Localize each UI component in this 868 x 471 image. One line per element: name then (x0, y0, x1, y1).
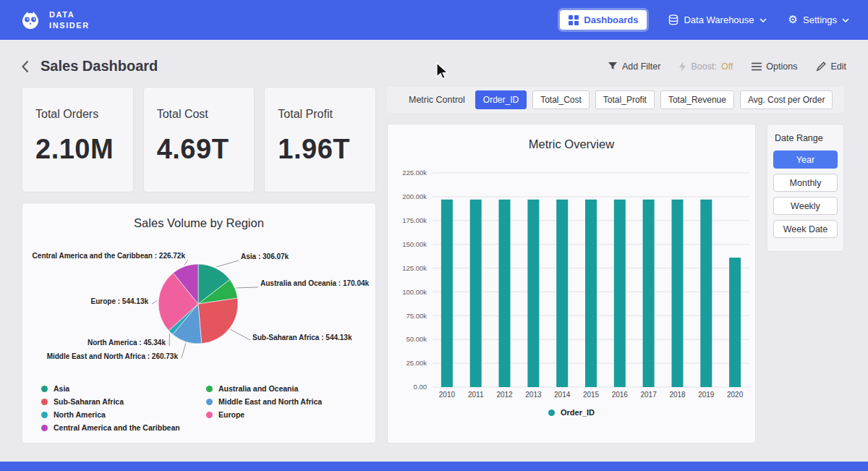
pie-legend-item-north-america[interactable]: North America (41, 410, 206, 419)
metric-control-bar: Metric Control Order_IDTotal_CostTotal_P… (387, 87, 844, 113)
bar-2013[interactable] (527, 200, 539, 387)
options-label: Options (766, 61, 797, 72)
y-tick-label: 50.00k (406, 335, 427, 343)
boost-toggle[interactable]: Boost: Off (679, 61, 733, 72)
legend-dot (41, 386, 48, 392)
y-tick-label: 100.00k (402, 288, 427, 296)
settings-menu[interactable]: ⚙ Settings (788, 14, 849, 25)
date-range-button-week-date[interactable]: Week Date (773, 220, 838, 238)
y-tick-label: 0.00 (414, 383, 427, 391)
y-tick-label: 75.00k (406, 312, 427, 320)
gear-icon: ⚙ (788, 14, 798, 25)
y-tick-label: 200.00k (402, 192, 427, 200)
pie-callout-australia-and-oceania: Australia and Oceania : 170.04k (260, 279, 369, 287)
date-range-button-weekly[interactable]: Weekly (773, 197, 838, 215)
pie-callout-line (231, 329, 250, 340)
data-warehouse-menu[interactable]: Data Warehouse (668, 14, 766, 25)
bar-svg: 0.0025.00k50.00k75.00k100.00k125.00k150.… (388, 156, 757, 405)
date-range-button-year[interactable]: Year (773, 150, 838, 169)
add-filter-button[interactable]: Add Filter (608, 61, 661, 72)
metric-control-label: Metric Control (409, 95, 465, 105)
brand-line1: DATA (49, 9, 90, 20)
bar-2012[interactable] (499, 200, 511, 387)
legend-dot (41, 399, 48, 405)
bar-2015[interactable] (585, 200, 597, 387)
bar-2011[interactable] (470, 200, 482, 387)
options-button[interactable]: Options (752, 61, 797, 72)
bar-chart-title: Metric Overview (388, 124, 755, 151)
pie-legend-item-australia-and-oceania[interactable]: Australia and Oceania (206, 384, 322, 393)
x-tick-label: 2017 (640, 391, 657, 399)
boost-value: Off (721, 61, 733, 72)
metric-button-total-profit[interactable]: Total_Profit (595, 90, 655, 109)
kpi-label: Total Profit (278, 108, 362, 121)
date-range-button-monthly[interactable]: Monthly (773, 174, 838, 192)
metric-overview-card: Metric Overview 0.0025.00k50.00k75.00k10… (387, 124, 756, 444)
brand-logo[interactable]: DATA INSIDER (19, 9, 90, 32)
x-tick-label: 2014 (554, 391, 571, 399)
lightning-icon (679, 61, 686, 72)
kpi-value: 4.69T (157, 134, 242, 165)
kpi-card-total-profit: Total Profit 1.96T (264, 87, 376, 192)
legend-label: Europe (218, 410, 244, 419)
database-icon (668, 14, 678, 25)
dashboards-grid-icon (569, 15, 579, 25)
x-tick-label: 2013 (525, 391, 542, 399)
bar-2017[interactable] (643, 200, 655, 387)
kpi-label: Total Cost (157, 108, 242, 121)
bar-legend-item[interactable]: Order_ID (388, 408, 755, 417)
bar-2020[interactable] (729, 258, 741, 387)
back-button[interactable] (22, 60, 29, 73)
boost-label: Boost: (691, 61, 716, 72)
y-tick-label: 25.00k (406, 359, 427, 367)
pie-chart-area: Asia : 306.07kAustralia and Oceania : 17… (22, 232, 375, 380)
kpi-card-total-cost: Total Cost 4.69T (143, 87, 255, 192)
back-chevron-icon (22, 60, 29, 73)
x-tick-label: 2018 (669, 391, 686, 399)
pie-legend-item-middle-east-and-north-africa[interactable]: Middle East and North Africa (206, 397, 322, 406)
page-title: Sales Dashboard (41, 58, 158, 75)
legend-dot (41, 412, 48, 418)
dashboards-button[interactable]: Dashboards (560, 10, 647, 30)
pie-callout-line (169, 334, 170, 346)
pie-legend-column: AsiaSub-Saharan AfricaNorth AmericaCentr… (41, 384, 206, 432)
legend-label: Asia (54, 384, 69, 393)
pie-legend-item-central-america-and-the-caribbean[interactable]: Central America and the Caribbean (41, 423, 206, 432)
bar-2019[interactable] (700, 200, 712, 387)
pie-callout-europe: Europe : 544.13k (91, 297, 148, 305)
edit-button[interactable]: Edit (816, 61, 846, 72)
bar-2018[interactable] (672, 200, 684, 387)
dashboards-label: Dashboards (584, 14, 638, 25)
y-tick-label: 225.00k (402, 169, 427, 177)
legend-label: Australia and Oceania (218, 384, 298, 393)
chevron-down-icon (760, 18, 767, 22)
settings-label: Settings (803, 14, 837, 25)
top-navbar: DATA INSIDER Dashboards Data Warehouse (0, 0, 868, 40)
pie-chart-title: Sales Volume by Region (22, 203, 375, 230)
metric-button-total-cost[interactable]: Total_Cost (532, 90, 590, 109)
charts-row: Metric Overview 0.0025.00k50.00k75.00k10… (387, 124, 844, 444)
kpi-row: Total Orders 2.10M Total Cost 4.69T Tota… (22, 87, 376, 192)
page-header: Sales Dashboard Add Filter Boost: Off Op… (0, 40, 868, 87)
pie-legend-item-sub-saharan-africa[interactable]: Sub-Saharan Africa (41, 397, 206, 406)
pie-slice-sub-saharan-africa[interactable] (198, 298, 238, 344)
pie-legend-item-asia[interactable]: Asia (41, 384, 206, 393)
pie-callout-line (152, 301, 157, 304)
metric-control-buttons: Order_IDTotal_CostTotal_ProfitTotal_Reve… (475, 90, 833, 109)
metric-button-order-id[interactable]: Order_ID (475, 90, 527, 109)
metric-button-avg-cost-per-order[interactable]: Avg. Cost per Order (740, 90, 833, 109)
x-tick-label: 2016 (612, 391, 629, 399)
bar-2010[interactable] (441, 200, 453, 387)
pie-callout-line (237, 287, 259, 288)
pie-legend-item-europe[interactable]: Europe (206, 410, 322, 419)
data-warehouse-label: Data Warehouse (684, 14, 754, 25)
header-actions: Add Filter Boost: Off Options Edit (608, 61, 846, 72)
bar-2016[interactable] (614, 200, 626, 387)
bar-legend-dot (548, 410, 555, 416)
right-column: Metric Control Order_IDTotal_CostTotal_P… (387, 87, 844, 444)
metric-button-total-revenue[interactable]: Total_Revenue (660, 90, 734, 109)
date-range-label: Date Range (775, 133, 838, 143)
filter-funnel-icon (608, 62, 618, 71)
legend-dot (206, 386, 213, 392)
bar-2014[interactable] (556, 200, 568, 387)
